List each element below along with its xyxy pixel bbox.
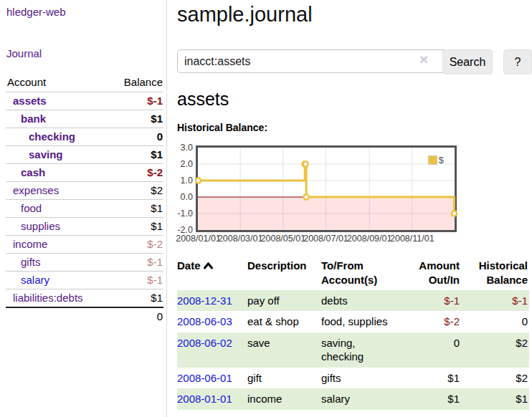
x-axis-tick-label: 2008/03/01 (218, 234, 263, 244)
account-row: gifts$-1 (6, 254, 163, 272)
chart-title: Historical Balance: (177, 122, 267, 133)
account-balance: $1 (109, 289, 163, 308)
y-axis-tick-label: 3.0 (167, 142, 193, 153)
account-link-salary[interactable]: salary (21, 274, 49, 286)
transaction-accounts: debts (321, 290, 400, 312)
balance-chart[interactable]: $ (196, 145, 457, 232)
transaction-amount: $1 (400, 388, 461, 410)
transaction-description: save (247, 332, 321, 368)
accounts-column-header: To/From Account(s) (321, 256, 400, 290)
y-axis-tick-label: 0.0 (167, 191, 193, 203)
account-balance: $-2 (109, 164, 163, 182)
account-link-liabilities-debts[interactable]: liabilities:debts (13, 292, 83, 304)
sidebar-item-journal[interactable]: Journal (6, 47, 42, 59)
register-table: Date Description To/From Account(s) Amou… (177, 256, 529, 410)
transaction-description: income (247, 388, 321, 410)
x-axis-tick-label: 2008/05/01 (261, 234, 306, 244)
account-row: supplies$1 (6, 218, 163, 236)
transaction-accounts: saving, checking (321, 332, 400, 368)
account-row: checking0 (6, 128, 163, 146)
account-link-gifts[interactable]: gifts (21, 256, 41, 268)
y-axis-tick-label: 1.0 (167, 175, 193, 186)
transaction-amount: $1 (400, 368, 461, 389)
accounts-total-row: 0 (6, 307, 163, 325)
account-column-header: Account (6, 73, 109, 92)
sort-ascending-icon (204, 262, 213, 269)
x-axis-tick-label: 2008/07/01 (303, 234, 348, 244)
account-link-food[interactable]: food (21, 202, 42, 214)
account-row: liabilities:debts$1 (6, 289, 163, 308)
account-balance: $2 (109, 182, 163, 200)
account-link-income[interactable]: income (13, 238, 47, 250)
register-row: 2008-06-02savesaving, checking0$2 (177, 332, 529, 368)
transaction-date-link[interactable]: 2008-01-01 (177, 393, 232, 405)
transaction-description: gift (247, 368, 321, 389)
account-link-saving[interactable]: saving (29, 148, 63, 160)
transaction-balance: $-1 (461, 290, 529, 312)
x-axis-tick-label: 2008/01/01 (176, 234, 221, 244)
clear-search-icon[interactable]: × (419, 51, 428, 68)
account-link-cash[interactable]: cash (21, 166, 45, 178)
page-title: sample.journal (177, 3, 313, 27)
transaction-balance: $2 (461, 368, 529, 389)
transaction-description: pay off (247, 290, 321, 312)
account-link-expenses[interactable]: expenses (13, 184, 59, 196)
search-button[interactable]: Search (442, 49, 493, 75)
legend-label: $ (439, 155, 444, 166)
transaction-amount: $-1 (400, 290, 461, 312)
accounts-balance-table: Account Balance assets$-1bank$1checking0… (6, 73, 163, 325)
transaction-accounts: gifts (321, 368, 400, 389)
transaction-balance: $2 (461, 332, 529, 368)
transaction-accounts: salary (321, 388, 400, 410)
account-balance: $1 (109, 218, 163, 236)
balance-column-header: Balance (109, 73, 163, 92)
chart-legend: $ (427, 155, 445, 165)
register-row: 2008-12-31pay offdebts$-1$-1 (177, 290, 529, 312)
date-column-header[interactable]: Date (177, 256, 247, 290)
y-axis-tick-label: -1.0 (167, 208, 193, 219)
accounts-table-header: Account Balance (6, 73, 163, 92)
account-row: expenses$2 (6, 182, 163, 200)
account-balance: $1 (109, 110, 163, 128)
accounts-total-value: 0 (109, 307, 163, 325)
account-row: bank$1 (6, 110, 163, 128)
account-link-supplies[interactable]: supplies (21, 220, 60, 232)
balance-chart-plot (198, 148, 455, 230)
help-button[interactable]: ? (503, 49, 532, 75)
transaction-amount: 0 (400, 332, 461, 368)
x-axis-tick-label: 2008/11/01 (390, 234, 434, 244)
transaction-date-link[interactable]: 2008-06-01 (177, 372, 232, 384)
legend-swatch-icon (428, 155, 437, 165)
amount-column-header: Amount Out/In (400, 256, 461, 290)
account-link-bank[interactable]: bank (21, 112, 46, 125)
account-balance: $1 (109, 200, 163, 218)
account-link-checking[interactable]: checking (29, 130, 75, 143)
account-row: assets$-1 (6, 92, 163, 110)
main-content: sample.journal × Search ? assets Histori… (167, 0, 532, 417)
register-header-row: Date Description To/From Account(s) Amou… (177, 256, 529, 290)
register-row: 2008-06-01giftgifts$1$2 (177, 368, 529, 389)
register-row: 2008-01-01incomesalary$1$1 (177, 388, 529, 410)
sidebar: hledger-web Journal Account Balance asse… (0, 0, 167, 417)
account-balance: 0 (109, 128, 163, 146)
transaction-balance: $1 (461, 388, 529, 410)
search-input[interactable] (177, 49, 447, 73)
transaction-date-link[interactable]: 2008-12-31 (177, 294, 232, 307)
account-balance: $-1 (109, 92, 163, 110)
x-axis-tick-label: 2008/09/01 (347, 234, 392, 244)
account-link-assets[interactable]: assets (13, 95, 47, 107)
description-column-header: Description (247, 256, 321, 290)
y-axis-tick-label: 2.0 (167, 158, 193, 170)
transaction-date-link[interactable]: 2008-06-02 (177, 337, 232, 349)
account-row: food$1 (6, 200, 163, 218)
account-balance: $-1 (109, 272, 163, 289)
account-row: salary$-1 (6, 272, 163, 289)
transaction-accounts: food, supplies (321, 311, 400, 332)
register-row: 2008-06-03eat & shopfood, supplies$-20 (177, 311, 529, 332)
app-brand-link[interactable]: hledger-web (6, 6, 66, 18)
transaction-description: eat & shop (247, 311, 321, 332)
transaction-date-link[interactable]: 2008-06-03 (177, 315, 232, 327)
transaction-amount: $-2 (400, 311, 461, 332)
balance-column-header: Historical Balance (461, 256, 529, 290)
account-balance: $1 (109, 146, 163, 164)
